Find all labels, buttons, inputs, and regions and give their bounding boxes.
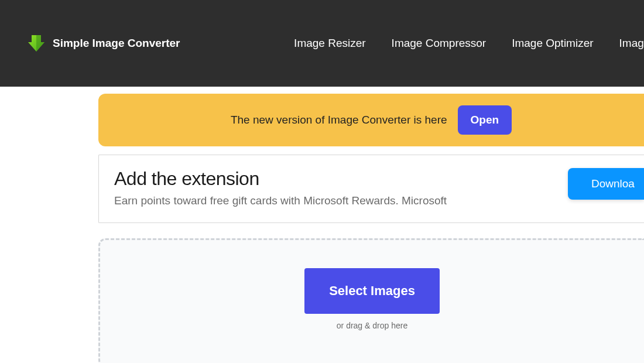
announcement-banner: The new version of Image Converter is he… <box>98 94 644 146</box>
banner-text: The new version of Image Converter is he… <box>231 114 447 126</box>
nav-image-resizer[interactable]: Image Resizer <box>294 37 366 50</box>
file-dropzone[interactable]: Select Images or drag & drop here <box>98 238 644 363</box>
header-bar: Simple Image Converter Image Resizer Ima… <box>0 0 644 87</box>
nav-image-compressor[interactable]: Image Compressor <box>392 37 487 50</box>
brand[interactable]: Simple Image Converter <box>26 33 180 54</box>
download-button[interactable]: Downloa <box>568 168 644 200</box>
open-button[interactable]: Open <box>458 105 512 135</box>
extension-promo: Add the extension Earn points toward fre… <box>98 155 644 223</box>
nav-image-converter[interactable]: Image Conv <box>619 37 644 50</box>
drop-hint: or drag & drop here <box>100 321 644 330</box>
brand-title: Simple Image Converter <box>53 37 180 50</box>
promo-subtitle: Earn points toward free gift cards with … <box>114 194 629 207</box>
nav-image-optimizer[interactable]: Image Optimizer <box>512 37 593 50</box>
select-images-button[interactable]: Select Images <box>304 268 440 314</box>
download-arrow-icon <box>26 33 47 54</box>
promo-title: Add the extension <box>114 168 629 190</box>
main-nav: Image Resizer Image Compressor Image Opt… <box>294 37 644 50</box>
